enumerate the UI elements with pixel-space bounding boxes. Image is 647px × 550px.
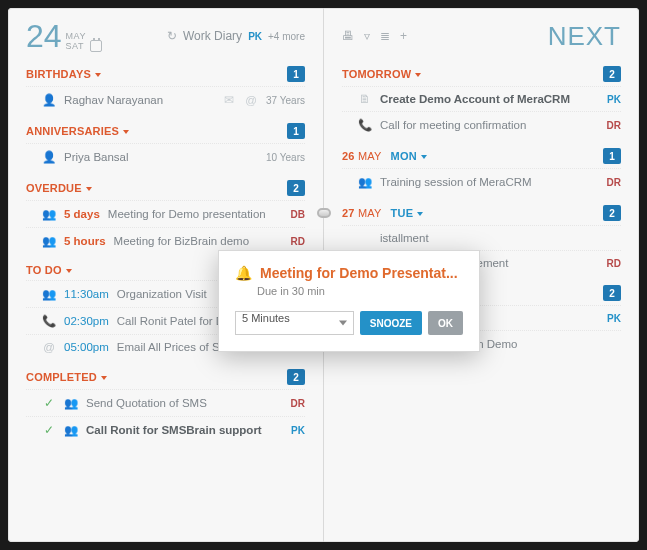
work-diary-label[interactable]: Work Diary xyxy=(183,29,242,43)
person-icon: 👤 xyxy=(42,150,56,164)
people-icon: 👥 xyxy=(64,423,78,437)
filter-icon[interactable]: ▿ xyxy=(364,29,370,43)
header-mid: ↻ Work Diary PK +4 more xyxy=(167,29,305,43)
completed-count: 2 xyxy=(287,369,305,385)
overdue-count: 2 xyxy=(287,180,305,196)
calendar-icon[interactable] xyxy=(90,40,102,52)
phone-icon: 📞 xyxy=(358,118,372,132)
people-icon: 👥 xyxy=(42,287,56,301)
right-header: 🖶 ▿ ≣ + NEXT xyxy=(342,22,621,50)
note-icon: 🗎 xyxy=(358,93,372,105)
people-icon: 👥 xyxy=(42,207,56,221)
check-icon: ✓ xyxy=(42,396,56,410)
popup-subtitle: Due in 30 min xyxy=(257,285,463,297)
tag: DR xyxy=(607,120,621,131)
add-icon[interactable]: + xyxy=(400,29,407,43)
tag: PK xyxy=(607,94,621,105)
ok-button[interactable]: OK xyxy=(428,311,463,335)
next-label[interactable]: NEXT xyxy=(548,21,621,52)
tag: DR xyxy=(607,177,621,188)
d27b-count: 2 xyxy=(603,285,621,301)
tag: RD xyxy=(607,258,621,269)
list-item[interactable]: ✓ 👥 Send Quotation of SMS DR xyxy=(26,389,305,416)
people-icon: 👥 xyxy=(64,396,78,410)
tag: RD xyxy=(291,236,305,247)
anniversaries-count: 1 xyxy=(287,123,305,139)
people-icon: 👥 xyxy=(358,175,372,189)
tomorrow-count: 2 xyxy=(603,66,621,82)
age-label: 37 Years xyxy=(266,95,305,106)
snooze-button[interactable]: SNOOZE xyxy=(360,311,422,335)
print-icon[interactable]: 🖶 xyxy=(342,29,354,43)
check-icon: ✓ xyxy=(42,423,56,437)
date-block: 24 MAY SAT xyxy=(26,20,102,52)
tag: DR xyxy=(291,398,305,409)
section-date-26[interactable]: 26 MAY MON xyxy=(342,150,427,162)
weekday-label: SAT xyxy=(66,42,86,52)
mail-icon[interactable]: ✉ xyxy=(222,93,236,107)
section-completed[interactable]: COMPLETED xyxy=(26,371,107,383)
snooze-duration-select[interactable]: 5 Minutes xyxy=(235,311,354,335)
bell-icon: 🔔 xyxy=(235,265,252,281)
tag: PK xyxy=(607,313,621,324)
tag: DB xyxy=(291,209,305,220)
list-item[interactable]: 👥 Training session of MeraCRM DR xyxy=(342,168,621,195)
phone-icon: 📞 xyxy=(42,314,56,328)
tag: PK xyxy=(291,425,305,436)
popup-title: Meeting for Demo Presentat... xyxy=(260,265,458,281)
section-todo[interactable]: TO DO xyxy=(26,264,72,276)
reminder-popup: 🔔 Meeting for Demo Presentat... Due in 3… xyxy=(218,250,480,352)
section-tomorrow[interactable]: TOMORROW xyxy=(342,68,421,80)
person-icon: 👤 xyxy=(42,93,56,107)
left-header: 24 MAY SAT ↻ Work Diary PK +4 more xyxy=(26,22,305,50)
at-icon: @ xyxy=(42,341,56,353)
at-icon[interactable]: @ xyxy=(244,94,258,106)
refresh-icon[interactable]: ↻ xyxy=(167,29,177,43)
list-item[interactable]: 👤 Raghav Narayanan ✉ @ 37 Years xyxy=(26,86,305,113)
list-item[interactable]: istallment xyxy=(342,225,621,250)
list-item[interactable]: 📞 Call for meeting confirmation DR xyxy=(342,111,621,138)
list-item[interactable]: 👥 5 days Meeting for Demo presentation D… xyxy=(26,200,305,227)
day-number: 24 xyxy=(26,20,62,52)
years-label: 10 Years xyxy=(266,152,305,163)
people-icon: 👥 xyxy=(42,234,56,248)
section-birthdays[interactable]: BIRTHDAYS xyxy=(26,68,101,80)
list-icon[interactable]: ≣ xyxy=(380,29,390,43)
birthdays-count: 1 xyxy=(287,66,305,82)
d27-count: 2 xyxy=(603,205,621,221)
section-anniversaries[interactable]: ANNIVERSARIES xyxy=(26,125,129,137)
d26-count: 1 xyxy=(603,148,621,164)
list-item[interactable]: ✓ 👥 Call Ronit for SMSBrain support PK xyxy=(26,416,305,443)
list-item[interactable]: 👤 Priya Bansal 10 Years xyxy=(26,143,305,170)
list-item[interactable]: 🗎 Create Demo Account of MeraCRM PK xyxy=(342,86,621,111)
more-label[interactable]: +4 more xyxy=(268,31,305,42)
header-icons: 🖶 ▿ ≣ + xyxy=(342,29,407,43)
user-tag[interactable]: PK xyxy=(248,31,262,42)
section-date-27[interactable]: 27 MAY TUE xyxy=(342,207,423,219)
section-overdue[interactable]: OVERDUE xyxy=(26,182,92,194)
